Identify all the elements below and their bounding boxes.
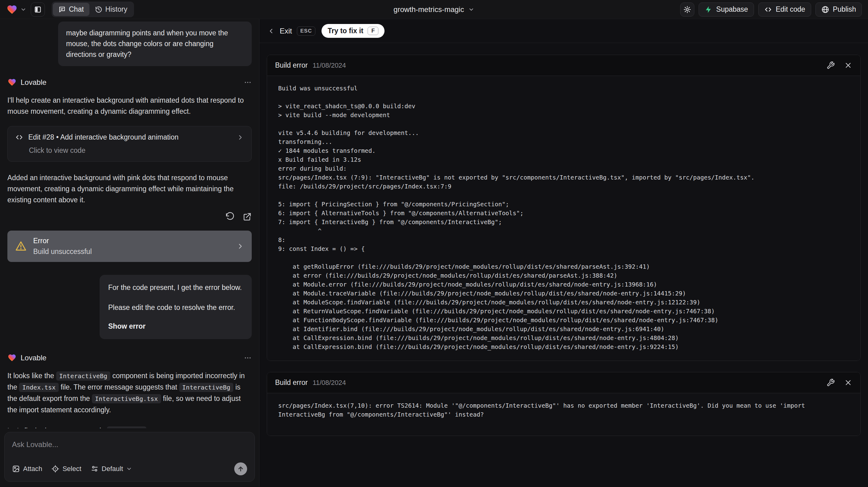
lovable-logo-menu[interactable] [6,4,26,15]
lovable-heart-icon [7,353,17,362]
tab-history[interactable]: History [89,3,133,16]
globe-icon [821,5,829,13]
exit-button[interactable]: Exit ESC [268,26,315,36]
inline-code: InteractiveBg [56,371,111,381]
user-message: For the code present, I get the error be… [100,275,252,339]
error-card-subtitle: Build unsuccessful [33,247,92,256]
mode-label: Default [102,465,123,473]
user-message-p1: For the code present, I get the error be… [108,282,243,293]
assistant-fix-statement: Let's fix the import statement in Index.… [7,425,252,428]
panel-date: 11/08/2024 [313,379,346,387]
toggle-sidebar-button[interactable] [31,2,45,17]
image-icon [12,465,20,473]
publish-button[interactable]: Publish [815,2,862,17]
assistant-intro-text: I'll help create an interactive backgrou… [7,95,252,117]
edit-code-label: Edit code [776,5,805,13]
select-label: Select [62,465,81,473]
build-error-log-container[interactable]: Build was unsuccessful > vite_react_shad… [267,76,860,361]
inline-code: Index.tsx [19,383,58,392]
build-error-panel-header: Build error 11/08/2024 [267,372,860,393]
restore-version-icon[interactable] [225,212,235,221]
attach-button[interactable]: Attach [12,465,42,473]
chevron-down-icon [20,6,26,12]
inline-code: InteractiveBg.tsx [92,394,161,403]
lovable-heart-icon [7,78,17,87]
tab-chat-label: Chat [69,5,84,13]
supabase-bolt-icon [705,5,712,13]
message-menu-button[interactable] [244,79,252,86]
user-message-p2: Please edit the code to resolve the erro… [108,302,243,313]
history-clock-icon [95,6,102,13]
chevron-down-icon [468,6,474,12]
panel-date: 11/08/2024 [313,61,346,69]
try-to-fix-label: Try to fix it [328,27,363,35]
lovable-heart-logo [6,4,18,15]
close-icon[interactable] [844,378,852,387]
chat-bubble-icon [58,6,66,13]
edit-28-subtitle: Click to view code [29,146,244,155]
code-brackets-icon [764,5,772,13]
assistant-name: Lovable [21,78,46,87]
supabase-button[interactable]: Supabase [699,2,754,17]
inline-code: InteractiveBg [179,383,234,392]
chevron-down-icon [126,466,132,472]
try-to-fix-button[interactable]: Try to fix it F [321,24,384,38]
panel-title: Build error [275,378,308,387]
preview-body: Build error 11/08/2024 Build was unsucce… [259,43,868,459]
arrow-up-icon [237,465,244,473]
edit-28-title: Edit #28 • Add interactive background an… [28,133,179,142]
gear-icon [683,5,691,13]
edit-28-card[interactable]: Edit #28 • Add interactive background an… [7,126,252,162]
send-button[interactable] [234,462,247,475]
error-preview-panel: Exit ESC Try to fix it F Build error 11/… [259,19,868,487]
sliders-icon [91,465,99,473]
user-message-text: maybe diagramming points and when you mo… [66,28,244,60]
tab-chat[interactable]: Chat [53,3,89,16]
chat-input[interactable]: Ask Lovable... [12,440,247,449]
panel-title: Build error [275,61,308,69]
esc-key-badge: ESC [297,26,315,36]
assistant-name: Lovable [21,354,46,362]
publish-label: Publish [833,5,856,13]
fix-wrench-icon[interactable] [827,61,835,69]
preview-header: Exit ESC Try to fix it F [259,19,868,43]
assistant-fix-explanation: It looks like the InteractiveBg componen… [7,370,252,415]
build-error-log-container[interactable]: src/pages/Index.tsx(7,10): error TS2614:… [267,393,860,436]
assistant-header: Lovable [7,353,252,362]
open-preview-icon[interactable] [243,212,252,221]
message-menu-button[interactable] [244,354,252,362]
exit-label: Exit [280,27,292,35]
chat-input-box[interactable]: Ask Lovable... Attach Select [4,432,255,482]
assistant-header: Lovable [7,78,252,87]
project-name: growth-metrics-magic [394,5,464,14]
sidebar-panel-icon [34,5,42,13]
chat-history-tab-group: Chat History [52,2,134,17]
show-error-link[interactable]: Show error [108,321,243,332]
assistant-summary-text: Added an interactive background with pin… [7,172,252,205]
tab-history-label: History [105,5,128,13]
mode-dropdown[interactable]: Default [91,465,132,473]
chat-scroll-area[interactable]: maybe diagramming points and when you mo… [0,19,259,428]
select-button[interactable]: Select [51,465,81,473]
chevron-right-icon [236,242,244,250]
message-actions [7,212,252,221]
fix-wrench-icon[interactable] [827,378,835,387]
build-error-panel-header: Build error 11/08/2024 [267,55,860,76]
target-icon [51,465,59,473]
attach-label: Attach [23,465,42,473]
user-message: maybe diagramming points and when you mo… [58,22,252,66]
inline-code: Index.tsx [107,426,146,428]
build-error-card[interactable]: Error Build unsuccessful [7,231,252,262]
chevron-right-icon [237,134,244,141]
build-error-log: Build was unsuccessful > vite_react_shad… [278,84,849,352]
top-bar: Chat History growth-metrics-magic [0,0,868,19]
supabase-label: Supabase [716,5,748,13]
project-switcher[interactable]: growth-metrics-magic [394,5,474,14]
close-icon[interactable] [844,61,852,69]
build-error-log: src/pages/Index.tsx(7,10): error TS2614:… [278,401,849,426]
build-error-panel-2: Build error 11/08/2024 src/pages/Index.t… [267,372,861,436]
settings-button[interactable] [680,2,694,17]
edit-code-button[interactable]: Edit code [758,2,811,17]
chevron-left-icon [268,27,275,35]
chat-panel: maybe diagramming points and when you mo… [0,19,259,487]
